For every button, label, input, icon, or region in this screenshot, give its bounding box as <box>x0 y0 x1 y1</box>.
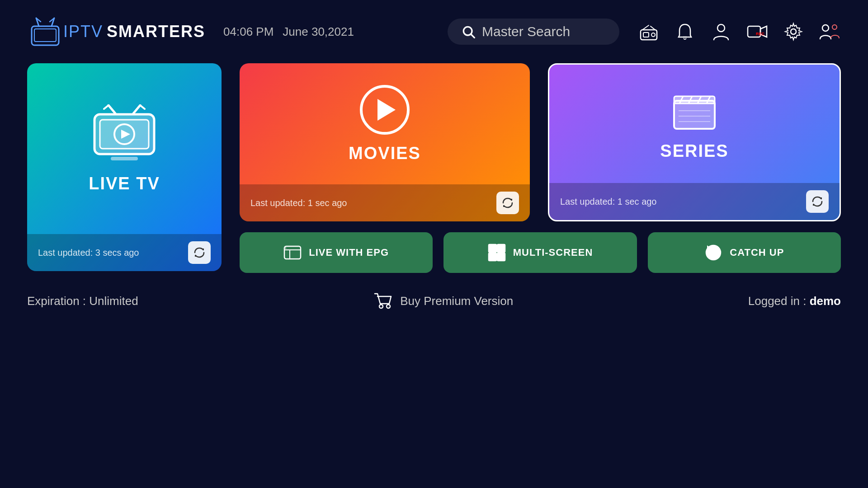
logo-iptv: IPTV <box>63 22 103 41</box>
svg-line-20 <box>108 105 115 113</box>
svg-rect-49 <box>497 244 505 252</box>
svg-line-23 <box>140 105 145 109</box>
logo-text-wrapper: IPTV SMARTERS <box>63 22 205 41</box>
svg-rect-5 <box>34 29 56 42</box>
svg-rect-9 <box>643 33 649 37</box>
svg-point-54 <box>379 305 383 308</box>
logo-area: IPTV SMARTERS <box>27 14 205 50</box>
svg-rect-51 <box>497 253 505 261</box>
search-label: Master Search <box>482 24 570 39</box>
catchup-icon <box>704 244 722 262</box>
logged-in-user: demo <box>810 294 841 308</box>
footer-bar: Expiration : Unlimited Buy Premium Versi… <box>0 277 868 324</box>
series-label: SERIES <box>660 141 728 161</box>
movies-footer: Last updated: 1 sec ago <box>240 184 530 221</box>
series-card[interactable]: SERIES Last updated: 1 sec ago <box>548 63 841 221</box>
series-footer: Last updated: 1 sec ago <box>549 183 840 220</box>
live-tv-footer: Last updated: 3 secs ago <box>27 234 222 271</box>
series-updated: Last updated: 1 sec ago <box>560 197 657 207</box>
movies-updated: Last updated: 1 sec ago <box>250 198 347 208</box>
search-icon <box>461 24 476 39</box>
live-tv-icon-area: LIVE TV <box>27 63 222 234</box>
svg-point-19 <box>832 25 837 29</box>
series-icon-area: SERIES <box>549 65 840 183</box>
live-epg-label: LIVE WITH EPG <box>309 247 389 258</box>
svg-line-21 <box>133 105 140 113</box>
date-display: June 30,2021 <box>283 25 354 39</box>
svg-rect-44 <box>284 246 301 259</box>
live-tv-refresh[interactable] <box>188 241 211 264</box>
svg-rect-50 <box>489 253 496 261</box>
catch-up-button[interactable]: CATCH UP <box>648 232 841 273</box>
svg-point-14 <box>717 24 725 32</box>
radio-icon[interactable] <box>637 20 660 43</box>
datetime: 04:06 PM June 30,2021 <box>223 25 354 39</box>
buy-premium-button[interactable]: Buy Premium Version <box>373 291 513 311</box>
svg-text:i: i <box>285 246 287 249</box>
movies-card[interactable]: MOVIES Last updated: 1 sec ago <box>240 63 530 221</box>
settings-icon[interactable] <box>782 20 805 43</box>
bottom-buttons: i LIVE WITH EPG MULTI-SCREEN <box>240 232 841 273</box>
master-search[interactable]: Master Search <box>448 19 619 45</box>
svg-line-7 <box>471 34 474 38</box>
cards-row: LIVE TV Last updated: 3 secs ago <box>27 63 841 273</box>
profile-icon[interactable] <box>710 20 732 43</box>
svg-point-18 <box>822 25 829 31</box>
main-content: LIVE TV Last updated: 3 secs ago <box>0 63 868 273</box>
right-section: MOVIES Last updated: 1 sec ago <box>240 63 841 273</box>
svg-point-55 <box>387 305 390 308</box>
logo-smarters: SMARTERS <box>107 22 205 41</box>
multi-screen-label: MULTI-SCREEN <box>513 247 593 258</box>
svg-rect-28 <box>111 157 138 160</box>
svg-rect-33 <box>674 101 715 129</box>
header: IPTV SMARTERS 04:06 PM June 30,2021 Mast… <box>0 0 868 63</box>
svg-rect-48 <box>489 244 496 252</box>
recording-icon[interactable]: REC <box>746 20 769 43</box>
movies-play-icon <box>360 85 410 135</box>
multi-screen-icon <box>488 244 506 262</box>
live-tv-card[interactable]: LIVE TV Last updated: 3 secs ago <box>27 63 222 271</box>
svg-line-11 <box>642 25 649 30</box>
series-refresh[interactable] <box>806 190 829 213</box>
movies-refresh[interactable] <box>496 192 519 214</box>
multi-screen-button[interactable]: MULTI-SCREEN <box>443 232 637 273</box>
svg-text:REC: REC <box>756 32 765 36</box>
svg-line-22 <box>104 105 108 109</box>
live-tv-label: LIVE TV <box>89 174 160 193</box>
logged-in-label: Logged in : <box>748 294 810 308</box>
header-icons: REC <box>637 20 841 43</box>
notifications-icon[interactable] <box>674 20 696 43</box>
live-tv-updated: Last updated: 3 secs ago <box>38 248 139 258</box>
movies-label: MOVIES <box>349 144 421 163</box>
epg-icon: i <box>283 244 302 262</box>
users-icon[interactable] <box>818 20 841 43</box>
buy-premium-label: Buy Premium Version <box>400 294 513 308</box>
movies-icon-area: MOVIES <box>240 63 530 184</box>
logged-in-area: Logged in : demo <box>748 294 841 308</box>
expiration-text: Expiration : Unlimited <box>27 294 138 308</box>
cart-icon <box>373 291 393 311</box>
logo-icon <box>27 14 63 50</box>
clapper-icon <box>670 87 719 132</box>
live-epg-button[interactable]: i LIVE WITH EPG <box>240 232 433 273</box>
movies-series-row: MOVIES Last updated: 1 sec ago <box>240 63 841 221</box>
tv-icon <box>88 104 160 165</box>
svg-point-17 <box>791 29 796 34</box>
time-display: 04:06 PM <box>223 25 274 39</box>
svg-point-10 <box>651 33 655 37</box>
catch-up-label: CATCH UP <box>730 247 784 258</box>
